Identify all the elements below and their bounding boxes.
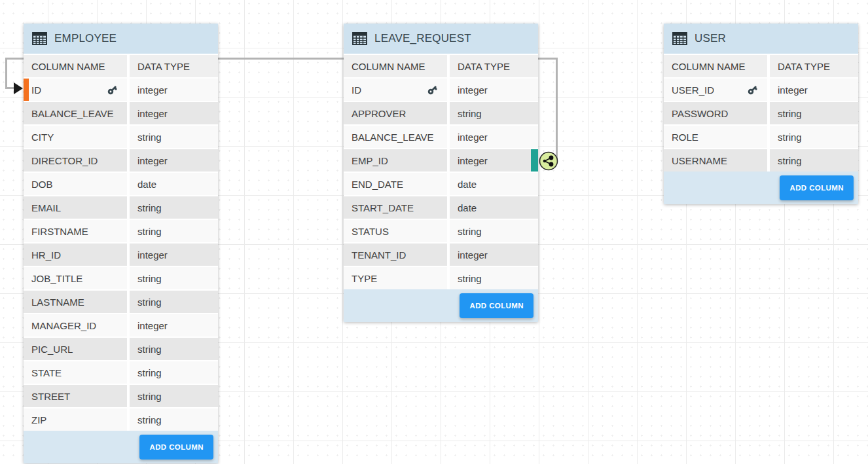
table-grid-icon <box>32 32 47 45</box>
column-type: integer <box>137 249 168 261</box>
table-row[interactable]: STREET string <box>24 384 218 407</box>
table-card-leave_request: LEAVE_REQUEST COLUMN NAME DATA TYPE ID i… <box>344 24 538 322</box>
column-headers-row: COLUMN NAME DATA TYPE <box>24 54 218 77</box>
table-row[interactable]: CITY string <box>24 124 218 148</box>
column-type: string <box>137 344 162 355</box>
column-name: DIRECTOR_ID <box>31 155 98 166</box>
column-type: string <box>458 273 482 284</box>
column-type: string <box>137 273 162 284</box>
column-type: integer <box>137 84 168 96</box>
table-footer: ADD COLUMN <box>24 431 218 463</box>
primary-key-icon <box>424 82 440 98</box>
column-name-header: COLUMN NAME <box>352 61 425 72</box>
table-row[interactable]: ID integer <box>344 77 538 101</box>
pk-endpoint-marker <box>24 79 29 101</box>
relationship-line-left <box>5 58 7 88</box>
column-name: PIC_URL <box>31 344 73 355</box>
column-name: DOB <box>31 179 53 190</box>
table-row[interactable]: APPROVER string <box>344 101 538 124</box>
table-row[interactable]: EMAIL string <box>24 195 218 219</box>
column-type: date <box>458 202 477 213</box>
table-row[interactable]: ID integer <box>24 77 218 101</box>
column-name: JOB_TITLE <box>31 273 82 284</box>
table-titlebar[interactable]: USER <box>664 24 858 54</box>
table-card-employee: EMPLOYEE COLUMN NAME DATA TYPE ID intege… <box>24 24 218 463</box>
column-type: integer <box>137 108 168 119</box>
column-name: FIRSTNAME <box>31 226 88 237</box>
table-footer: ADD COLUMN <box>664 172 858 204</box>
table-row[interactable]: START_DATE date <box>344 195 538 219</box>
table-row[interactable]: TENANT_ID integer <box>344 242 538 266</box>
column-type: string <box>137 132 162 143</box>
table-row[interactable]: HR_ID integer <box>24 242 218 266</box>
table-footer: ADD COLUMN <box>344 289 538 322</box>
column-type: string <box>137 297 162 308</box>
primary-key-icon <box>744 82 760 98</box>
column-type: string <box>137 226 162 237</box>
table-row[interactable]: EMP_ID integer <box>344 148 538 172</box>
table-titlebar[interactable]: EMPLOYEE <box>24 24 218 54</box>
column-name: STATUS <box>352 226 389 237</box>
table-row[interactable]: BALANCE_LEAVE integer <box>24 101 218 124</box>
table-row[interactable]: LASTNAME string <box>24 289 218 313</box>
column-name: TYPE <box>352 273 377 284</box>
column-type: string <box>778 155 802 166</box>
column-type: integer <box>137 320 168 331</box>
column-name: ZIP <box>31 414 46 425</box>
column-name: HR_ID <box>31 249 61 261</box>
column-name: STREET <box>31 391 70 402</box>
table-row[interactable]: USERNAME string <box>664 148 858 172</box>
column-headers-row: COLUMN NAME DATA TYPE <box>344 54 538 77</box>
table-row[interactable]: ROLE string <box>664 124 858 148</box>
table-name: LEAVE_REQUEST <box>374 32 471 45</box>
table-row[interactable]: FIRSTNAME string <box>24 219 218 242</box>
column-type: string <box>778 108 802 119</box>
add-column-button[interactable]: ADD COLUMN <box>460 293 533 318</box>
table-row[interactable]: BALANCE_LEAVE integer <box>344 124 538 148</box>
add-column-button[interactable]: ADD COLUMN <box>780 175 854 200</box>
column-name: EMAIL <box>31 202 61 213</box>
column-name: EMP_ID <box>352 155 388 166</box>
column-type: date <box>458 179 477 190</box>
add-column-button[interactable]: ADD COLUMN <box>139 435 213 460</box>
column-type: string <box>778 132 802 143</box>
table-row[interactable]: DIRECTOR_ID integer <box>24 148 218 172</box>
relationship-connector-icon[interactable] <box>538 151 559 172</box>
column-type: string <box>458 108 482 119</box>
column-type: string <box>458 226 482 237</box>
table-row[interactable]: TYPE string <box>344 266 538 289</box>
column-name: MANAGER_ID <box>31 320 96 331</box>
column-name: END_DATE <box>352 179 403 190</box>
table-name: EMPLOYEE <box>54 32 117 45</box>
column-name: USERNAME <box>672 155 727 166</box>
table-row[interactable]: STATUS string <box>344 219 538 242</box>
column-name: BALANCE_LEAVE <box>352 132 434 143</box>
table-grid-icon <box>672 32 687 45</box>
table-titlebar[interactable]: LEAVE_REQUEST <box>344 24 538 54</box>
column-name: ID <box>352 84 361 96</box>
column-name-header: COLUMN NAME <box>672 61 746 72</box>
table-grid-icon <box>352 32 367 45</box>
table-row[interactable]: PASSWORD string <box>664 101 858 124</box>
table-row[interactable]: STATE string <box>24 360 218 384</box>
column-name: CITY <box>31 132 54 143</box>
table-row[interactable]: ZIP string <box>24 407 218 431</box>
table-row[interactable]: DOB date <box>24 172 218 195</box>
table-row[interactable]: END_DATE date <box>344 172 538 195</box>
table-row[interactable]: MANAGER_ID integer <box>24 313 218 336</box>
primary-key-icon <box>104 82 120 98</box>
column-type: string <box>137 391 162 402</box>
data-type-header: DATA TYPE <box>458 61 510 72</box>
fk-endpoint-marker <box>531 149 538 172</box>
column-name: ID <box>31 84 41 96</box>
table-row[interactable]: JOB_TITLE string <box>24 266 218 289</box>
schema-diagram-canvas[interactable]: EMPLOYEE COLUMN NAME DATA TYPE ID intege… <box>0 0 868 464</box>
column-type: string <box>137 367 162 378</box>
table-card-user: USER COLUMN NAME DATA TYPE USER_ID integ… <box>664 24 858 204</box>
column-name: PASSWORD <box>672 108 728 119</box>
relationship-line-stub <box>5 87 14 89</box>
data-type-header: DATA TYPE <box>137 61 190 72</box>
table-row[interactable]: PIC_URL string <box>24 336 218 360</box>
table-row[interactable]: USER_ID integer <box>664 77 858 101</box>
column-type: string <box>137 202 162 213</box>
